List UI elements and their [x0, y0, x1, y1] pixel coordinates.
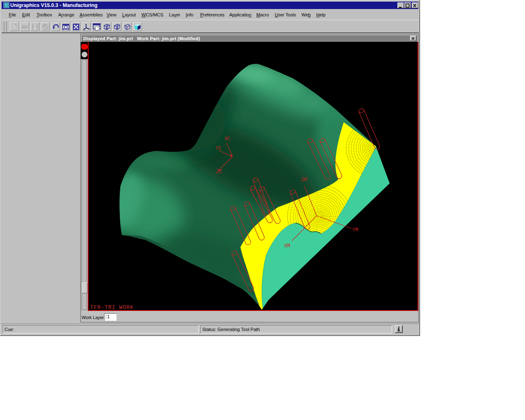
svg-text:XC: XC: [224, 136, 230, 142]
svg-text:ZC: ZC: [216, 169, 222, 175]
svg-text:ZM: ZM: [301, 177, 307, 183]
svg-text:TFR-TRI WORK: TFR-TRI WORK: [90, 304, 134, 310]
svg-text:YM: YM: [352, 227, 358, 233]
svg-text:YC: YC: [215, 146, 221, 151]
svg-text:XM: XM: [284, 243, 290, 249]
